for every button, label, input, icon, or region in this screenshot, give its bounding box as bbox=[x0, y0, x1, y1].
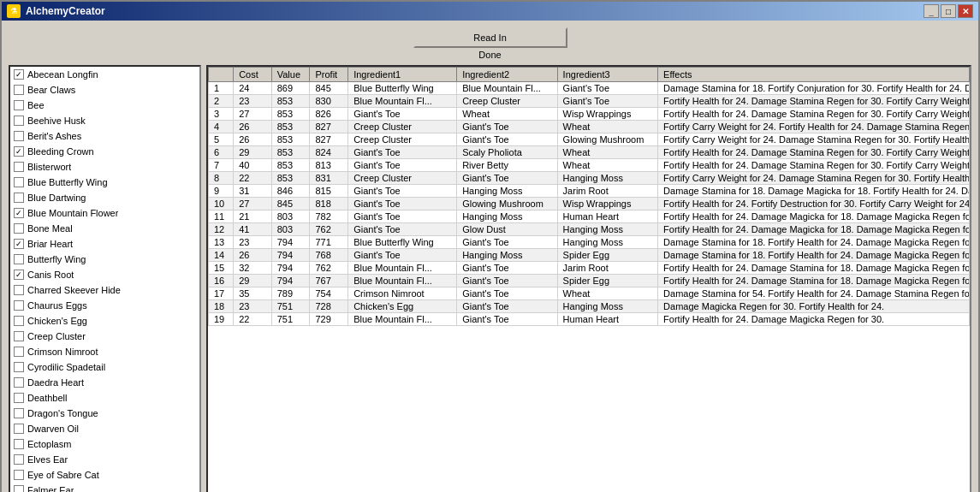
table-row[interactable]: 1323794771Blue Butterfly WingGiant's Toe… bbox=[209, 236, 970, 249]
table-cell: Giant's Toe bbox=[557, 82, 657, 95]
ingredient-item[interactable]: Dwarven Oil bbox=[10, 421, 199, 436]
col-header-cost[interactable]: Cost bbox=[234, 68, 272, 82]
col-header-profit[interactable]: Profit bbox=[310, 68, 348, 82]
ingredient-item[interactable]: Bear Claws bbox=[10, 82, 199, 98]
col-header-effects[interactable]: Effects bbox=[658, 68, 970, 82]
col-header-num[interactable] bbox=[209, 68, 234, 82]
ingredient-item[interactable]: ✓Briar Heart bbox=[10, 236, 199, 252]
table-cell: 16 bbox=[209, 275, 234, 287]
ingredient-item[interactable]: Ectoplasm bbox=[10, 436, 199, 452]
ingredient-checkbox[interactable] bbox=[14, 85, 24, 95]
ingredient-checkbox[interactable] bbox=[14, 408, 24, 418]
ingredient-checkbox[interactable] bbox=[14, 254, 24, 264]
ingredient-checkbox[interactable] bbox=[14, 116, 24, 126]
ingredient-checkbox[interactable]: ✓ bbox=[14, 270, 24, 280]
ingredient-checkbox[interactable] bbox=[14, 424, 24, 434]
ingredient-checkbox[interactable] bbox=[14, 316, 24, 326]
table-row[interactable]: 1532794762Blue Mountain Fl...Giant's Toe… bbox=[209, 262, 970, 275]
ingredient-name-label: Cyrodilic Spadetail bbox=[27, 362, 105, 372]
table-container[interactable]: Cost Value Profit Ingredient1 Ingredient… bbox=[208, 67, 970, 492]
ingredient-checkbox[interactable]: ✓ bbox=[14, 146, 24, 157]
ingredient-item[interactable]: Butterfly Wing bbox=[10, 252, 199, 267]
ingredient-item[interactable]: ✓Canis Root bbox=[10, 267, 199, 282]
ingredient-checkbox[interactable]: ✓ bbox=[14, 69, 24, 80]
ingredient-checkbox[interactable] bbox=[14, 439, 24, 449]
table-row[interactable]: 1426794768Giant's ToeHanging MossSpider … bbox=[209, 249, 970, 262]
ingredient-item[interactable]: ✓Blue Mountain Flower bbox=[10, 205, 199, 221]
ingredient-item[interactable]: Charred Skeever Hide bbox=[10, 282, 199, 298]
close-button[interactable]: ✕ bbox=[958, 4, 973, 18]
table-row[interactable]: 629853824Giant's ToeScaly PholiotaWheatF… bbox=[209, 146, 970, 159]
table-cell: 12 bbox=[209, 223, 234, 236]
ingredient-checkbox[interactable] bbox=[14, 223, 24, 234]
ingredient-checkbox[interactable] bbox=[14, 393, 24, 403]
minimize-button[interactable]: _ bbox=[924, 4, 939, 18]
ingredient-checkbox[interactable] bbox=[14, 362, 24, 372]
ingredient-checkbox[interactable] bbox=[14, 162, 24, 172]
ingredient-item[interactable]: Cyrodilic Spadetail bbox=[10, 359, 199, 375]
ingredient-item[interactable]: Beehive Husk bbox=[10, 113, 199, 128]
table-row[interactable]: 1922751729Blue Mountain Fl...Giant's Toe… bbox=[209, 313, 970, 326]
ingredient-item[interactable]: Crimson Nimroot bbox=[10, 344, 199, 359]
table-row[interactable]: 124869845Blue Butterfly WingBlue Mountai… bbox=[209, 82, 970, 95]
ingredient-checkbox[interactable] bbox=[14, 377, 24, 388]
ingredient-item[interactable]: Eye of Sabre Cat bbox=[10, 467, 199, 483]
table-row[interactable]: 931846815Giant's ToeHanging MossJarim Ro… bbox=[209, 185, 970, 198]
ingredient-checkbox[interactable]: ✓ bbox=[14, 239, 24, 249]
ingredient-checkbox[interactable] bbox=[14, 177, 24, 187]
ingredient-name-label: Deathbell bbox=[27, 393, 67, 403]
table-row[interactable]: 1823751728Chicken's EggGiant's ToeHangin… bbox=[209, 300, 970, 313]
table-cell: Giant's Toe bbox=[457, 275, 557, 287]
ingredient-item[interactable]: Falmer Ear bbox=[10, 483, 199, 492]
ingredient-checkbox[interactable] bbox=[14, 331, 24, 341]
table-row[interactable]: 822853831Creep ClusterGiant's ToeHanging… bbox=[209, 172, 970, 185]
ingredient-item[interactable]: Bone Meal bbox=[10, 221, 199, 236]
col-header-ing2[interactable]: Ingredient2 bbox=[457, 68, 557, 82]
table-row[interactable]: 223853830Blue Mountain Fl...Creep Cluste… bbox=[209, 95, 970, 108]
table-cell: 17 bbox=[209, 287, 234, 300]
ingredient-item[interactable]: Deathbell bbox=[10, 390, 199, 406]
ingredient-checkbox[interactable] bbox=[14, 131, 24, 141]
ingredient-item[interactable]: ✓Bleeding Crown bbox=[10, 144, 199, 159]
maximize-button[interactable]: □ bbox=[941, 4, 956, 18]
col-header-value[interactable]: Value bbox=[271, 68, 310, 82]
table-row[interactable]: 1735789754Crimson NimrootGiant's ToeWhea… bbox=[209, 287, 970, 300]
col-header-ing1[interactable]: Ingredient1 bbox=[348, 68, 457, 82]
ingredient-name-label: Eye of Sabre Cat bbox=[27, 470, 99, 480]
ingredient-checkbox[interactable] bbox=[14, 100, 24, 110]
ingredient-item[interactable]: Chaurus Eggs bbox=[10, 298, 199, 313]
table-cell: Hanging Moss bbox=[557, 300, 657, 313]
ingredient-checkbox[interactable] bbox=[14, 470, 24, 480]
ingredient-item[interactable]: Daedra Heart bbox=[10, 375, 199, 390]
table-cell: Giant's Toe bbox=[348, 159, 457, 172]
ingredient-item[interactable]: Berit's Ashes bbox=[10, 128, 199, 144]
ingredient-item[interactable]: Dragon's Tongue bbox=[10, 406, 199, 421]
ingredient-item[interactable]: Creep Cluster bbox=[10, 329, 199, 344]
table-row[interactable]: 740853813Giant's ToeRiver BettyWheatFort… bbox=[209, 159, 970, 172]
ingredient-item[interactable]: Elves Ear bbox=[10, 452, 199, 467]
ingredient-item[interactable]: Blue Butterfly Wing bbox=[10, 175, 199, 190]
table-row[interactable]: 1629794767Blue Mountain Fl...Giant's Toe… bbox=[209, 275, 970, 287]
table-row[interactable]: 526853827Creep ClusterGiant's ToeGlowing… bbox=[209, 133, 970, 146]
ingredient-checkbox[interactable] bbox=[14, 193, 24, 203]
table-cell: 27 bbox=[234, 198, 272, 210]
table-row[interactable]: 1241803762Giant's ToeGlow DustHanging Mo… bbox=[209, 223, 970, 236]
table-row[interactable]: 1121803782Giant's ToeHanging MossHuman H… bbox=[209, 210, 970, 223]
ingredient-item[interactable]: Blisterwort bbox=[10, 159, 199, 175]
ingredient-checkbox[interactable] bbox=[14, 300, 24, 311]
ingredient-item[interactable]: Blue Dartwing bbox=[10, 190, 199, 205]
ingredient-checkbox[interactable] bbox=[14, 485, 24, 492]
ingredient-list[interactable]: ✓Abecean LongfinBear ClawsBeeBeehive Hus… bbox=[10, 67, 199, 492]
table-row[interactable]: 426853827Creep ClusterGiant's ToeWheatFo… bbox=[209, 121, 970, 133]
col-header-ing3[interactable]: Ingredient3 bbox=[557, 68, 657, 82]
ingredient-checkbox[interactable] bbox=[14, 347, 24, 357]
ingredient-checkbox[interactable] bbox=[14, 285, 24, 295]
ingredient-item[interactable]: ✓Abecean Longfin bbox=[10, 67, 199, 82]
table-row[interactable]: 1027845818Giant's ToeGlowing MushroomWis… bbox=[209, 198, 970, 210]
ingredient-checkbox[interactable]: ✓ bbox=[14, 208, 24, 218]
ingredient-checkbox[interactable] bbox=[14, 454, 24, 465]
read-in-button[interactable]: Read In bbox=[413, 27, 567, 48]
table-row[interactable]: 327853826Giant's ToeWheatWisp WrappingsF… bbox=[209, 108, 970, 121]
ingredient-item[interactable]: Chicken's Egg bbox=[10, 313, 199, 329]
ingredient-item[interactable]: Bee bbox=[10, 98, 199, 113]
